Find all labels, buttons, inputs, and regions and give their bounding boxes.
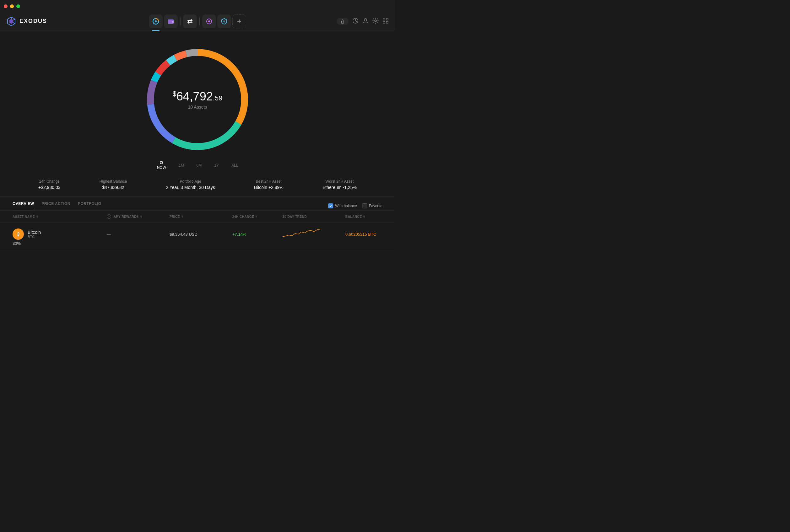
timeline-1y[interactable]: 1Y bbox=[214, 163, 219, 168]
svg-rect-21 bbox=[386, 18, 388, 20]
assets-table: ASSET NAME ⇅ ? APY REWARDS ⇅ PRICE ⇅ 24H… bbox=[0, 211, 395, 250]
svg-marker-1 bbox=[10, 19, 13, 24]
close-button[interactable] bbox=[4, 4, 7, 8]
tab-price-action[interactable]: PRICE ACTION bbox=[41, 202, 70, 210]
chart-section: $64,792.59 10 Assets NOW 1M 6M 1Y ALL bbox=[0, 37, 395, 173]
svg-point-18 bbox=[364, 19, 367, 21]
assets-count: 10 Assets bbox=[172, 104, 222, 110]
donut-chart: $64,792.59 10 Assets bbox=[141, 43, 254, 156]
timeline-6m[interactable]: 6M bbox=[196, 163, 202, 168]
maximize-button[interactable] bbox=[16, 4, 20, 8]
btc-name: Bitcoin bbox=[27, 230, 41, 235]
th-30day-trend: 30 DAY TREND bbox=[283, 214, 345, 219]
th-24h-change[interactable]: 24H CHANGE ⇅ bbox=[232, 214, 283, 219]
logo-area: EXODUS bbox=[6, 16, 47, 26]
donut-center: $64,792.59 10 Assets bbox=[172, 90, 222, 110]
btc-icon: ₿ bbox=[13, 228, 24, 240]
sort-icon-change: ⇅ bbox=[255, 215, 258, 218]
nav-add-btn[interactable] bbox=[232, 15, 246, 28]
minimize-button[interactable] bbox=[10, 4, 14, 8]
main-content: $64,792.59 10 Assets NOW 1M 6M 1Y ALL bbox=[0, 31, 395, 257]
nav-right bbox=[337, 18, 389, 25]
sort-icon-asset: ⇅ bbox=[36, 215, 39, 218]
filter-favorite-checkbox[interactable] bbox=[362, 203, 367, 208]
sort-icon-apy: ⇅ bbox=[140, 215, 143, 218]
svg-point-11 bbox=[208, 20, 210, 22]
nav-divider-1 bbox=[180, 17, 181, 26]
nav-grid-btn[interactable] bbox=[382, 18, 389, 25]
stat-best-asset: Best 24H Asset Bitcoin +2.89% bbox=[254, 179, 284, 190]
svg-rect-16 bbox=[341, 21, 344, 23]
portfolio-total: $64,792.59 bbox=[172, 90, 222, 103]
title-bar bbox=[0, 0, 395, 13]
btc-trend bbox=[283, 227, 345, 241]
tab-portfolio[interactable]: PORTFOLIO bbox=[78, 202, 101, 210]
stat-portfolio-age: Portfolio Age 2 Year, 3 Month, 30 Days bbox=[166, 179, 215, 190]
table-row[interactable]: ₿ Bitcoin BTC — $9,364.48 USD +7.14% 0.6… bbox=[0, 223, 395, 250]
btc-portfolio: 33% bbox=[13, 241, 107, 246]
btc-ticker: BTC bbox=[27, 235, 41, 239]
tab-overview[interactable]: OVERVIEW bbox=[13, 202, 34, 210]
filter-with-balance[interactable]: With balance bbox=[328, 203, 357, 208]
sort-icon-price: ⇅ bbox=[181, 215, 184, 218]
timeline-1m[interactable]: 1M bbox=[178, 163, 184, 168]
filter-favorite[interactable]: Favorite bbox=[362, 203, 382, 208]
svg-rect-20 bbox=[383, 18, 385, 20]
svg-point-9 bbox=[172, 21, 173, 22]
tabs-right: With balance Favorite bbox=[328, 203, 382, 208]
nav-history-btn[interactable] bbox=[352, 18, 359, 25]
timeline: NOW 1M 6M 1Y ALL bbox=[151, 161, 245, 170]
btc-apy: — bbox=[107, 232, 170, 237]
lock-toggle[interactable] bbox=[337, 18, 349, 25]
btc-price: $9,364.48 USD bbox=[170, 232, 232, 237]
timeline-dot-now bbox=[160, 161, 163, 164]
btc-balance: 0.60205315 BTC bbox=[345, 232, 395, 237]
nav-wallet-btn[interactable] bbox=[164, 15, 178, 28]
stat-highest-balance: Highest Balance $47,839.82 bbox=[99, 179, 127, 190]
nav-portfolio-btn[interactable] bbox=[149, 15, 163, 28]
svg-rect-22 bbox=[383, 21, 385, 23]
nav-exchange-btn[interactable] bbox=[183, 15, 197, 28]
timeline-all[interactable]: ALL bbox=[231, 163, 238, 168]
nav-apps-btn[interactable] bbox=[202, 15, 216, 28]
logo-icon bbox=[6, 16, 16, 26]
sort-icon-balance: ⇅ bbox=[363, 215, 365, 218]
th-asset-name[interactable]: ASSET NAME ⇅ bbox=[13, 214, 107, 219]
apy-info-icon: ? bbox=[107, 214, 111, 219]
filter-balance-checkbox[interactable] bbox=[328, 203, 333, 208]
table-header: ASSET NAME ⇅ ? APY REWARDS ⇅ PRICE ⇅ 24H… bbox=[0, 211, 395, 223]
th-price[interactable]: PRICE ⇅ bbox=[170, 214, 232, 219]
nav-center: + bbox=[149, 15, 246, 28]
nav-profile-btn[interactable] bbox=[362, 18, 369, 25]
stat-24h-change: 24h Change +$2,930.03 bbox=[38, 179, 60, 190]
svg-rect-23 bbox=[386, 21, 388, 23]
btc-change: +7.14% bbox=[232, 232, 283, 237]
stats-row: 24h Change +$2,930.03 Highest Balance $4… bbox=[0, 173, 395, 196]
tabs-row: OVERVIEW PRICE ACTION PORTFOLIO With bal… bbox=[0, 196, 395, 211]
svg-text:+: + bbox=[224, 21, 225, 23]
nav-bar: EXODUS bbox=[0, 13, 395, 30]
th-balance[interactable]: BALANCE ⇅ bbox=[345, 214, 395, 219]
nav-settings-btn[interactable] bbox=[372, 18, 379, 25]
svg-point-6 bbox=[155, 20, 157, 22]
nav-shield-btn[interactable]: + bbox=[217, 15, 231, 28]
stat-worst-asset: Worst 24H Asset Ethereum -1,25% bbox=[322, 179, 357, 190]
timeline-now[interactable]: NOW bbox=[157, 161, 166, 170]
th-apy[interactable]: ? APY REWARDS ⇅ bbox=[107, 214, 170, 219]
logo-text: EXODUS bbox=[19, 18, 47, 24]
asset-info-btc: ₿ Bitcoin BTC bbox=[13, 228, 107, 240]
svg-point-19 bbox=[375, 20, 376, 22]
